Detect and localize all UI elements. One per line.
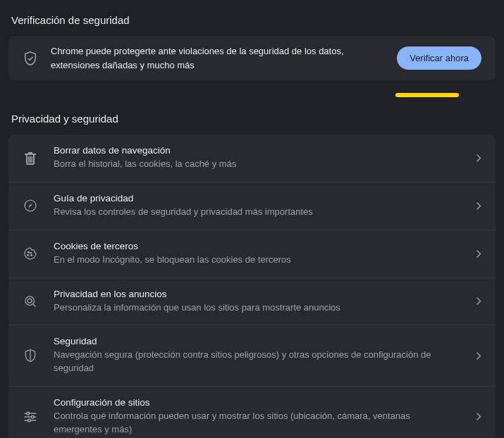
chevron-right-icon xyxy=(476,154,481,162)
row-ad-privacy[interactable]: Privacidad en los anuncios Personaliza l… xyxy=(8,277,496,325)
shield-check-icon xyxy=(23,51,38,66)
chevron-right-icon xyxy=(476,351,481,360)
svg-point-9 xyxy=(25,296,35,306)
row-text: Cookies de terceros En el modo Incógnito… xyxy=(54,241,460,267)
row-text: Borrar datos de navegación Borra el hist… xyxy=(54,145,460,171)
chevron-right-icon xyxy=(476,249,481,258)
svg-point-7 xyxy=(31,255,32,256)
ads-icon xyxy=(23,294,38,309)
row-title: Privacidad en los anuncios xyxy=(54,289,460,299)
row-third-party-cookies[interactable]: Cookies de terceros En el modo Incógnito… xyxy=(8,230,496,277)
row-privacy-guide[interactable]: Guía de privacidad Revisa los controles … xyxy=(8,182,496,230)
row-subtitle: En el modo Incógnito, se bloquean las co… xyxy=(54,254,460,267)
row-text: Configuración de sitios Controla qué inf… xyxy=(54,397,460,437)
row-title: Seguridad xyxy=(54,336,460,346)
svg-point-16 xyxy=(28,419,31,422)
svg-point-15 xyxy=(32,415,35,418)
row-subtitle: Personaliza la información que usan los … xyxy=(54,301,460,315)
row-subtitle: Borra el historial, las cookies, la cach… xyxy=(54,158,460,171)
safety-check-description: Chrome puede protegerte ante violaciones… xyxy=(51,44,384,72)
privacy-settings-list: Borrar datos de navegación Borra el hist… xyxy=(8,134,496,438)
row-clear-browsing-data[interactable]: Borrar datos de navegación Borra el hist… xyxy=(8,134,496,182)
svg-rect-3 xyxy=(32,156,33,163)
safety-check-card: Chrome puede protegerte ante violaciones… xyxy=(8,36,496,80)
svg-point-6 xyxy=(27,255,29,256)
svg-point-10 xyxy=(27,299,32,303)
svg-point-14 xyxy=(27,412,30,415)
compass-icon xyxy=(23,198,38,213)
row-text: Guía de privacidad Revisa los controles … xyxy=(54,193,460,219)
row-title: Borrar datos de navegación xyxy=(54,145,460,156)
svg-rect-1 xyxy=(28,156,30,163)
row-site-settings[interactable]: Configuración de sitios Controla qué inf… xyxy=(8,386,496,438)
row-subtitle: Controla qué información pueden usar y m… xyxy=(54,410,460,437)
svg-point-8 xyxy=(30,253,32,254)
chevron-right-icon xyxy=(476,413,481,421)
privacy-security-heading: Privacidad y seguridad xyxy=(8,113,496,134)
svg-rect-2 xyxy=(30,156,31,163)
row-title: Configuración de sitios xyxy=(54,397,460,408)
row-subtitle: Revisa los controles de seguridad y priv… xyxy=(54,206,460,219)
sliders-icon xyxy=(23,409,38,425)
verify-now-button[interactable]: Verificar ahora xyxy=(397,46,481,70)
row-title: Guía de privacidad xyxy=(54,193,460,204)
chevron-right-icon xyxy=(476,297,481,306)
row-title: Cookies de terceros xyxy=(54,241,460,251)
shield-icon xyxy=(23,348,38,363)
row-text: Privacidad en los anuncios Personaliza l… xyxy=(54,289,460,315)
highlight-bar xyxy=(395,93,459,97)
trash-icon xyxy=(23,150,38,165)
chevron-right-icon xyxy=(476,201,481,210)
row-text: Seguridad Navegación segura (protección … xyxy=(54,336,460,375)
svg-point-5 xyxy=(28,252,30,254)
cookie-icon xyxy=(23,246,38,261)
row-subtitle: Navegación segura (protección contra sit… xyxy=(54,349,460,375)
safety-check-heading: Verificación de seguridad xyxy=(8,14,496,36)
row-security[interactable]: Seguridad Navegación segura (protección … xyxy=(8,325,496,386)
safety-check-banner: Chrome puede protegerte ante violaciones… xyxy=(8,36,496,80)
